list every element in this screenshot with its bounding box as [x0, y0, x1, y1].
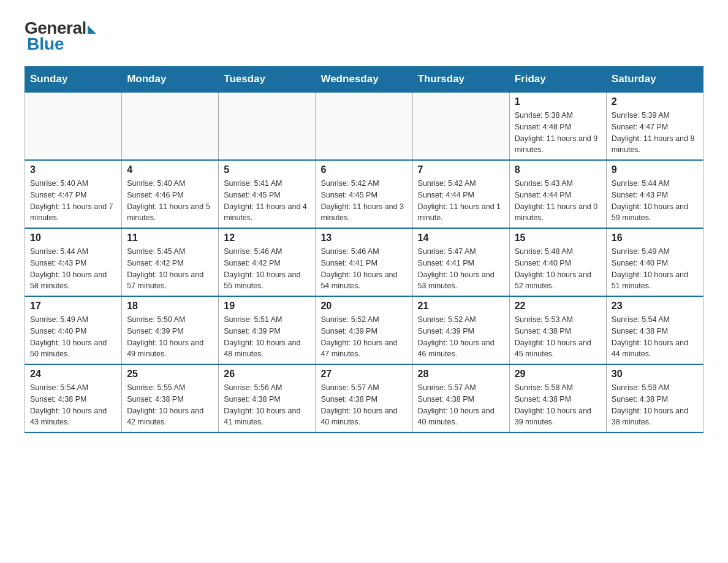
calendar-cell: [25, 92, 122, 160]
day-info: Sunrise: 5:54 AMSunset: 4:38 PMDaylight:…: [612, 314, 698, 360]
calendar-cell: 9Sunrise: 5:44 AMSunset: 4:43 PMDaylight…: [606, 160, 703, 228]
day-number: 29: [515, 369, 601, 380]
weekday-header-sunday: Sunday: [25, 67, 122, 93]
day-info: Sunrise: 5:43 AMSunset: 4:44 PMDaylight:…: [515, 178, 601, 224]
page-header: General Blue: [25, 18, 703, 54]
day-info: Sunrise: 5:58 AMSunset: 4:38 PMDaylight:…: [515, 382, 601, 428]
day-number: 26: [224, 369, 310, 380]
day-info: Sunrise: 5:49 AMSunset: 4:40 PMDaylight:…: [30, 314, 116, 360]
day-number: 3: [30, 164, 116, 175]
day-number: 18: [127, 301, 213, 312]
weekday-header-tuesday: Tuesday: [219, 67, 316, 93]
calendar-cell: 5Sunrise: 5:41 AMSunset: 4:45 PMDaylight…: [219, 160, 316, 228]
calendar-cell: 23Sunrise: 5:54 AMSunset: 4:38 PMDayligh…: [606, 296, 703, 364]
calendar-cell: 6Sunrise: 5:42 AMSunset: 4:45 PMDaylight…: [316, 160, 412, 228]
calendar-cell: 21Sunrise: 5:52 AMSunset: 4:39 PMDayligh…: [412, 296, 509, 364]
calendar-cell: 22Sunrise: 5:53 AMSunset: 4:38 PMDayligh…: [509, 296, 606, 364]
day-info: Sunrise: 5:45 AMSunset: 4:42 PMDaylight:…: [127, 246, 213, 292]
day-number: 22: [515, 301, 601, 312]
calendar-cell: 26Sunrise: 5:56 AMSunset: 4:38 PMDayligh…: [219, 364, 316, 432]
day-info: Sunrise: 5:40 AMSunset: 4:46 PMDaylight:…: [127, 178, 213, 224]
day-number: 12: [224, 232, 310, 243]
calendar-week-2: 3Sunrise: 5:40 AMSunset: 4:47 PMDaylight…: [25, 160, 703, 228]
calendar-cell: [316, 92, 412, 160]
logo: General Blue: [25, 18, 96, 54]
calendar-cell: 4Sunrise: 5:40 AMSunset: 4:46 PMDaylight…: [122, 160, 219, 228]
day-info: Sunrise: 5:41 AMSunset: 4:45 PMDaylight:…: [224, 178, 310, 224]
day-number: 19: [224, 301, 310, 312]
calendar-week-3: 10Sunrise: 5:44 AMSunset: 4:43 PMDayligh…: [25, 228, 703, 296]
calendar-cell: 20Sunrise: 5:52 AMSunset: 4:39 PMDayligh…: [316, 296, 412, 364]
day-number: 25: [127, 369, 213, 380]
day-info: Sunrise: 5:42 AMSunset: 4:45 PMDaylight:…: [320, 178, 407, 224]
day-number: 21: [418, 301, 504, 312]
day-info: Sunrise: 5:44 AMSunset: 4:43 PMDaylight:…: [30, 246, 116, 292]
day-info: Sunrise: 5:54 AMSunset: 4:38 PMDaylight:…: [30, 382, 116, 428]
day-number: 14: [418, 232, 504, 243]
day-info: Sunrise: 5:46 AMSunset: 4:41 PMDaylight:…: [320, 246, 407, 292]
day-info: Sunrise: 5:57 AMSunset: 4:38 PMDaylight:…: [320, 382, 407, 428]
calendar-cell: 19Sunrise: 5:51 AMSunset: 4:39 PMDayligh…: [219, 296, 316, 364]
logo-blue-text: Blue: [27, 34, 64, 54]
day-info: Sunrise: 5:59 AMSunset: 4:38 PMDaylight:…: [612, 382, 698, 428]
calendar-cell: 15Sunrise: 5:48 AMSunset: 4:40 PMDayligh…: [509, 228, 606, 296]
calendar-cell: 18Sunrise: 5:50 AMSunset: 4:39 PMDayligh…: [122, 296, 219, 364]
day-number: 2: [612, 96, 698, 107]
calendar-cell: 16Sunrise: 5:49 AMSunset: 4:40 PMDayligh…: [606, 228, 703, 296]
weekday-header-row: SundayMondayTuesdayWednesdayThursdayFrid…: [25, 67, 703, 93]
day-info: Sunrise: 5:50 AMSunset: 4:39 PMDaylight:…: [127, 314, 213, 360]
calendar-cell: 2Sunrise: 5:39 AMSunset: 4:47 PMDaylight…: [606, 92, 703, 160]
day-info: Sunrise: 5:48 AMSunset: 4:40 PMDaylight:…: [515, 246, 601, 292]
day-info: Sunrise: 5:38 AMSunset: 4:48 PMDaylight:…: [515, 110, 601, 156]
weekday-header-monday: Monday: [122, 67, 219, 93]
day-info: Sunrise: 5:47 AMSunset: 4:41 PMDaylight:…: [418, 246, 504, 292]
day-info: Sunrise: 5:55 AMSunset: 4:38 PMDaylight:…: [127, 382, 213, 428]
weekday-header-thursday: Thursday: [412, 67, 509, 93]
day-info: Sunrise: 5:56 AMSunset: 4:38 PMDaylight:…: [224, 382, 310, 428]
day-number: 17: [30, 301, 116, 312]
day-number: 28: [418, 369, 504, 380]
logo-triangle-icon: [88, 25, 96, 34]
calendar-table: SundayMondayTuesdayWednesdayThursdayFrid…: [25, 66, 703, 433]
calendar-cell: 8Sunrise: 5:43 AMSunset: 4:44 PMDaylight…: [509, 160, 606, 228]
day-number: 27: [320, 369, 407, 380]
weekday-header-wednesday: Wednesday: [316, 67, 412, 93]
calendar-cell: 24Sunrise: 5:54 AMSunset: 4:38 PMDayligh…: [25, 364, 122, 432]
day-info: Sunrise: 5:44 AMSunset: 4:43 PMDaylight:…: [612, 178, 698, 224]
calendar-cell: 10Sunrise: 5:44 AMSunset: 4:43 PMDayligh…: [25, 228, 122, 296]
day-info: Sunrise: 5:39 AMSunset: 4:47 PMDaylight:…: [612, 110, 698, 156]
day-info: Sunrise: 5:57 AMSunset: 4:38 PMDaylight:…: [418, 382, 504, 428]
day-number: 30: [612, 369, 698, 380]
calendar-cell: 27Sunrise: 5:57 AMSunset: 4:38 PMDayligh…: [316, 364, 412, 432]
day-number: 11: [127, 232, 213, 243]
day-info: Sunrise: 5:53 AMSunset: 4:38 PMDaylight:…: [515, 314, 601, 360]
calendar-cell: 29Sunrise: 5:58 AMSunset: 4:38 PMDayligh…: [509, 364, 606, 432]
day-number: 15: [515, 232, 601, 243]
calendar-week-5: 24Sunrise: 5:54 AMSunset: 4:38 PMDayligh…: [25, 364, 703, 432]
day-number: 1: [515, 96, 601, 107]
day-number: 20: [320, 301, 407, 312]
calendar-cell: 25Sunrise: 5:55 AMSunset: 4:38 PMDayligh…: [122, 364, 219, 432]
day-number: 7: [418, 164, 504, 175]
calendar-cell: [412, 92, 509, 160]
day-number: 5: [224, 164, 310, 175]
day-info: Sunrise: 5:51 AMSunset: 4:39 PMDaylight:…: [224, 314, 310, 360]
day-info: Sunrise: 5:42 AMSunset: 4:44 PMDaylight:…: [418, 178, 504, 224]
day-number: 23: [612, 301, 698, 312]
day-number: 9: [612, 164, 698, 175]
calendar-cell: 12Sunrise: 5:46 AMSunset: 4:42 PMDayligh…: [219, 228, 316, 296]
day-number: 16: [612, 232, 698, 243]
calendar-cell: 17Sunrise: 5:49 AMSunset: 4:40 PMDayligh…: [25, 296, 122, 364]
calendar-cell: 11Sunrise: 5:45 AMSunset: 4:42 PMDayligh…: [122, 228, 219, 296]
calendar-cell: 13Sunrise: 5:46 AMSunset: 4:41 PMDayligh…: [316, 228, 412, 296]
day-number: 4: [127, 164, 213, 175]
day-number: 8: [515, 164, 601, 175]
calendar-cell: 3Sunrise: 5:40 AMSunset: 4:47 PMDaylight…: [25, 160, 122, 228]
weekday-header-saturday: Saturday: [606, 67, 703, 93]
calendar-week-1: 1Sunrise: 5:38 AMSunset: 4:48 PMDaylight…: [25, 92, 703, 160]
day-number: 24: [30, 369, 116, 380]
day-info: Sunrise: 5:46 AMSunset: 4:42 PMDaylight:…: [224, 246, 310, 292]
weekday-header-friday: Friday: [509, 67, 606, 93]
calendar-cell: 14Sunrise: 5:47 AMSunset: 4:41 PMDayligh…: [412, 228, 509, 296]
day-info: Sunrise: 5:52 AMSunset: 4:39 PMDaylight:…: [418, 314, 504, 360]
